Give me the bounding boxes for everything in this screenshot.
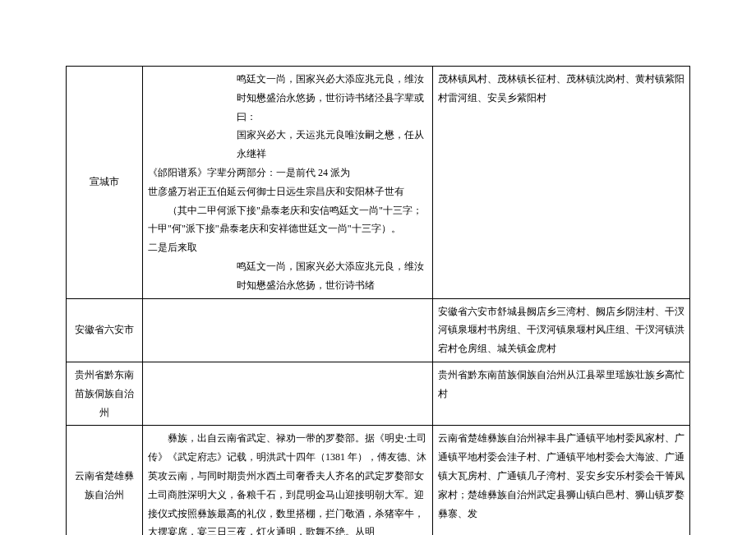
villages-cell: 安徽省六安市舒城县阙店乡三湾村、阙店乡阴洼村、干汊河镇泉堰村书房组、干汊河镇泉堰…	[433, 298, 690, 362]
villages-cell: 贵州省黔东南苗族侗族自治州从江县翠里瑶族壮族乡高忙村	[433, 362, 690, 425]
region-cell: 贵州省黔东南苗族侗族自治州	[67, 362, 143, 425]
region-cell: 宣城市	[67, 67, 143, 299]
region-name: 贵州省黔东南苗族侗族自治州	[75, 369, 134, 418]
table-row: 安徽省六安市 安徽省六安市舒城县阙店乡三湾村、阙店乡阴洼村、干汊河镇泉堰村书房组…	[67, 298, 690, 362]
table-row: 云南省楚雄彝族自治州 彝族，出自云南省武定、禄劝一带的罗婺部。据《明史·土司传》…	[67, 426, 690, 535]
table-row: 宣城市 鸣廷文一尚，国家兴必大添应兆元良，维汝时知懋盛治永悠扬，世衍诗书绪泾县字…	[67, 67, 690, 299]
villages-text: 安徽省六安市舒城县阙店乡三湾村、阙店乡阴洼村、干汊河镇泉堰村书房组、干汊河镇泉堰…	[438, 306, 685, 355]
document-page: 宣城市 鸣廷文一尚，国家兴必大添应兆元良，维汝时知懋盛治永悠扬，世衍诗书绪泾县字…	[0, 0, 756, 535]
region-name: 云南省楚雄彝族自治州	[75, 470, 134, 500]
description-cell	[143, 362, 433, 425]
desc-line: 鸣廷文一尚，国家兴必大添应兆元良，维汝时知懋盛治永悠扬，世衍诗书绪	[148, 257, 427, 295]
villages-text: 贵州省黔东南苗族侗族自治州从江县翠里瑶族壮族乡高忙村	[438, 369, 685, 399]
description-cell	[143, 298, 433, 362]
desc-line: 彝族，出自云南省武定、禄劝一带的罗婺部。据《明史·土司传》《武定府志》记载，明洪…	[148, 429, 427, 535]
genealogy-table: 宣城市 鸣廷文一尚，国家兴必大添应兆元良，维汝时知懋盛治永悠扬，世衍诗书绪泾县字…	[66, 66, 690, 535]
villages-cell: 茂林镇凤村、茂林镇长征村、茂林镇沈岗村、黄村镇紫阳村雷河组、安吴乡紫阳村	[433, 67, 690, 299]
region-cell: 安徽省六安市	[67, 298, 143, 362]
desc-line: 世彦盛万岩正五伯延云何御士日远生宗昌庆和安阳林子世有	[148, 186, 404, 197]
villages-cell: 云南省楚雄彝族自治州禄丰县广通镇平地村委凤家村、广通镇平地村委会洼子村、广通镇平…	[433, 426, 690, 535]
desc-line: 二是后来取	[148, 242, 197, 253]
desc-line: 《邰阳谱系》字辈分两部分：一是前代 24 派为	[148, 167, 350, 178]
region-name: 安徽省六安市	[75, 324, 134, 335]
villages-text: 茂林镇凤村、茂林镇长征村、茂林镇沈岗村、黄村镇紫阳村雷河组、安吴乡紫阳村	[438, 73, 685, 104]
region-cell: 云南省楚雄彝族自治州	[67, 426, 143, 535]
description-cell: 鸣廷文一尚，国家兴必大添应兆元良，维汝时知懋盛治永悠扬，世衍诗书绪泾县字辈或曰：…	[143, 67, 433, 299]
desc-line: 国家兴必大，天运兆元良唯汝嗣之懋，任从永继祥	[148, 126, 427, 164]
desc-line: （其中二甲何派下接"鼎泰老庆和安信鸣廷文一尚"十三字；十甲"何"派下接"鼎泰老庆…	[148, 201, 427, 239]
region-name: 宣城市	[90, 176, 119, 187]
description-cell: 彝族，出自云南省武定、禄劝一带的罗婺部。据《明史·土司传》《武定府志》记载，明洪…	[143, 426, 433, 535]
desc-line: 鸣廷文一尚，国家兴必大添应兆元良，维汝时知懋盛治永悠扬，世衍诗书绪泾县字辈或曰：	[148, 70, 427, 126]
table-row: 贵州省黔东南苗族侗族自治州 贵州省黔东南苗族侗族自治州从江县翠里瑶族壮族乡高忙村	[67, 362, 690, 425]
villages-text: 云南省楚雄彝族自治州禄丰县广通镇平地村委凤家村、广通镇平地村委会洼子村、广通镇平…	[438, 432, 685, 519]
